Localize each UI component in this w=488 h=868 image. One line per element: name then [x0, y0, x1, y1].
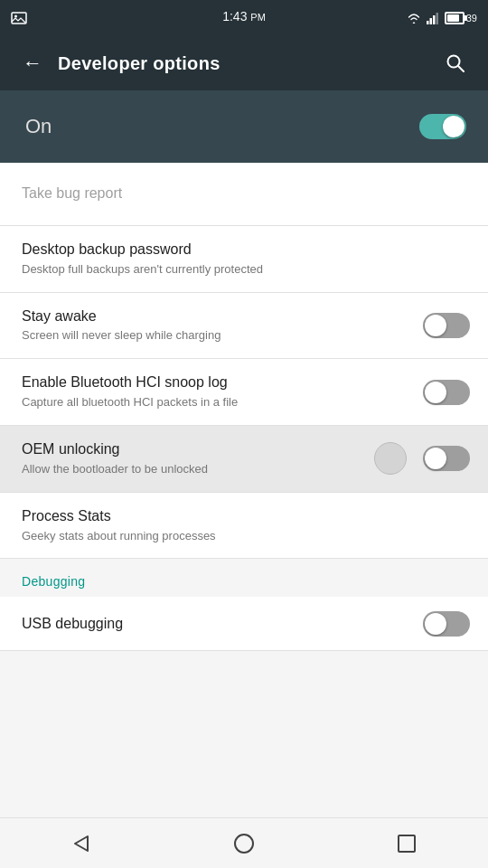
svg-marker-8 [75, 836, 88, 851]
wifi-icon [407, 12, 421, 24]
svg-point-1 [14, 15, 17, 18]
setting-subtitle-process-stats: Geeky stats about running processes [22, 529, 416, 544]
stay-awake-toggle[interactable] [423, 313, 470, 338]
signal-icon [427, 12, 439, 24]
setting-item-take-bug-report[interactable]: Take bug report [0, 163, 488, 226]
setting-item-usb-debugging[interactable]: USB debugging [0, 597, 488, 651]
setting-title-stay-awake: Stay awake [22, 307, 407, 326]
toggle-thumb [425, 613, 446, 635]
setting-title-bluetooth-hci: Enable Bluetooth HCI snoop log [22, 373, 407, 392]
svg-rect-4 [433, 15, 436, 24]
debugging-section-header: Debugging [0, 559, 488, 597]
setting-item-oem-unlocking[interactable]: OEM unlocking Allow the bootloader to be… [0, 426, 488, 493]
setting-subtitle-bluetooth-hci: Capture all bluetooth HCI packets in a f… [22, 395, 407, 410]
setting-title-usb-debugging: USB debugging [22, 615, 407, 634]
debugging-label: Debugging [22, 574, 85, 589]
developer-options-toggle-row: On [0, 90, 488, 163]
toggle-thumb [425, 382, 446, 403]
page-title: Developer options [58, 53, 437, 74]
nav-bar [0, 817, 488, 868]
setting-title-desktop-backup-password: Desktop backup password [22, 241, 416, 259]
toggle-thumb [425, 315, 446, 336]
usb-debugging-toggle[interactable] [423, 611, 470, 637]
nav-home-button[interactable] [217, 826, 271, 862]
app-bar: ← Developer options [0, 36, 488, 90]
settings-list: Take bug report Desktop backup password … [0, 163, 488, 817]
status-time: 1:43 PM [222, 9, 266, 24]
svg-rect-2 [427, 21, 429, 24]
oem-circle-overlay [374, 442, 407, 475]
battery-container: 39 [445, 12, 477, 24]
search-button[interactable] [437, 45, 474, 81]
status-right-icons: 39 [407, 12, 477, 24]
nav-home-icon [234, 834, 254, 854]
oem-unlocking-toggle[interactable] [423, 446, 470, 471]
setting-item-stay-awake[interactable]: Stay awake Screen will never sleep while… [0, 293, 488, 360]
setting-title-process-stats: Process Stats [22, 507, 416, 526]
setting-subtitle-desktop-backup-password: Desktop full backups aren't currently pr… [22, 262, 416, 278]
setting-item-desktop-backup-password[interactable]: Desktop backup password Desktop full bac… [0, 226, 488, 293]
developer-options-toggle[interactable] [419, 114, 466, 139]
toggle-thumb [425, 448, 446, 469]
toggle-thumb [443, 116, 465, 137]
setting-item-bluetooth-hci[interactable]: Enable Bluetooth HCI snoop log Capture a… [0, 359, 488, 426]
nav-back-icon [71, 834, 91, 854]
nav-recent-icon [398, 835, 416, 853]
back-button[interactable]: ← [14, 45, 51, 81]
back-arrow-icon: ← [23, 52, 42, 75]
svg-line-7 [458, 66, 464, 71]
status-bar: 1:43 PM 39 [0, 0, 488, 36]
image-icon [11, 11, 27, 25]
svg-rect-3 [429, 18, 432, 24]
on-label: On [25, 115, 52, 138]
nav-recent-button[interactable] [380, 826, 434, 862]
setting-title-oem-unlocking: OEM unlocking [22, 440, 407, 459]
battery-percent: 39 [466, 13, 477, 24]
battery-icon [445, 12, 465, 24]
setting-item-process-stats[interactable]: Process Stats Geeky stats about running … [0, 493, 488, 560]
setting-subtitle-stay-awake: Screen will never sleep while charging [22, 328, 407, 344]
nav-back-button[interactable] [54, 826, 108, 862]
setting-subtitle-oem-unlocking: Allow the bootloader to be unlocked [22, 462, 407, 477]
status-left-icons [11, 11, 27, 25]
bluetooth-hci-toggle[interactable] [423, 380, 470, 405]
search-icon [446, 53, 465, 73]
svg-rect-5 [436, 13, 438, 24]
setting-title-take-bug-report: Take bug report [22, 184, 416, 203]
